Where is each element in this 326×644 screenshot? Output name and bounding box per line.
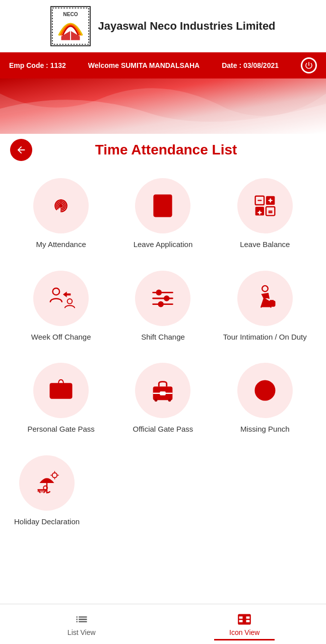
leave-application-item[interactable]: Leave Application	[112, 170, 214, 258]
leave-balance-item[interactable]: Leave Balance	[214, 170, 316, 258]
svg-point-21	[53, 288, 60, 295]
leave-application-icon-circle	[135, 178, 190, 233]
tab-bar: List View Icon View	[0, 604, 326, 644]
missing-punch-icon-circle	[237, 363, 293, 418]
personal-gate-pass-icon-circle	[33, 363, 89, 418]
svg-point-26	[164, 295, 170, 301]
svg-rect-42	[160, 391, 166, 395]
missing-punch-item[interactable]: Missing Punch	[214, 355, 316, 442]
missing-punch-label: Missing Punch	[240, 424, 290, 434]
leave-balance-label: Leave Balance	[240, 239, 290, 250]
holiday-declaration-label: Holiday Declaration	[14, 517, 80, 527]
official-gate-pass-label: Official Gate Pass	[133, 424, 193, 434]
icon-grid: My Attendance Leave Application	[10, 170, 316, 442]
svg-text:NECO: NECO	[63, 12, 78, 17]
icon-view-tab-label: Icon View	[229, 628, 259, 636]
svg-point-43	[155, 398, 158, 401]
holiday-declaration-icon-circle	[19, 455, 75, 511]
svg-point-24	[156, 289, 162, 295]
logo-bar: NECO Jayaswal Neco Industries Limited	[0, 0, 326, 52]
svg-point-44	[168, 398, 171, 401]
icon-view-tab[interactable]: Icon View	[163, 608, 327, 640]
svg-point-48	[264, 389, 266, 392]
emp-code: Emp Code : 1132	[9, 61, 66, 69]
week-off-change-item[interactable]: Week Off Change	[10, 263, 112, 350]
tab-active-indicator	[214, 639, 275, 640]
personal-gate-pass-label: Personal Gate Pass	[27, 424, 94, 434]
list-view-tab[interactable]: List View	[0, 608, 163, 640]
shift-change-label: Shift Change	[141, 332, 185, 342]
holiday-declaration-item[interactable]: Holiday Declaration	[10, 447, 84, 535]
svg-point-35	[55, 387, 58, 390]
official-gate-pass-item[interactable]: Official Gate Pass	[112, 355, 214, 442]
shift-change-icon-circle	[135, 271, 190, 326]
svg-point-22	[68, 298, 73, 303]
my-attendance-label: My Attendance	[36, 239, 86, 250]
my-attendance-item[interactable]: My Attendance	[10, 170, 112, 258]
company-name: Jayaswal Neco Industries Limited	[98, 20, 275, 33]
company-logo: NECO	[50, 6, 91, 46]
holiday-row: Holiday Declaration	[10, 447, 316, 535]
leave-application-label: Leave Application	[134, 239, 193, 250]
welcome-text: Welcome SUMITA MANDALSAHA	[88, 61, 200, 69]
tour-intimation-label: Tour Intimation / On Duty	[223, 332, 307, 342]
power-button[interactable]	[301, 57, 317, 73]
week-off-change-icon-circle	[33, 271, 89, 326]
svg-rect-5	[154, 195, 172, 217]
shift-change-item[interactable]: Shift Change	[112, 263, 214, 350]
tour-intimation-icon-circle	[237, 271, 293, 326]
main-content: Time Attendance List My Attendance	[0, 134, 326, 585]
svg-point-53	[52, 472, 57, 477]
info-bar: Emp Code : 1132 Welcome SUMITA MANDALSAH…	[0, 52, 326, 78]
my-attendance-icon-circle	[33, 178, 89, 233]
list-view-tab-label: List View	[68, 628, 96, 636]
tour-intimation-item[interactable]: Tour Intimation / On Duty	[214, 263, 316, 350]
date-text: Date : 03/08/2021	[222, 61, 279, 69]
page-title: Time Attendance List	[38, 142, 316, 158]
official-gate-pass-icon-circle	[135, 363, 190, 418]
leave-balance-icon-circle	[237, 178, 293, 233]
back-button[interactable]	[10, 139, 32, 161]
personal-gate-pass-item[interactable]: Personal Gate Pass	[10, 355, 112, 442]
banner	[0, 78, 326, 134]
svg-point-29	[262, 285, 268, 291]
week-off-change-label: Week Off Change	[31, 332, 91, 342]
svg-point-28	[158, 301, 164, 307]
page-title-row: Time Attendance List	[10, 139, 316, 161]
